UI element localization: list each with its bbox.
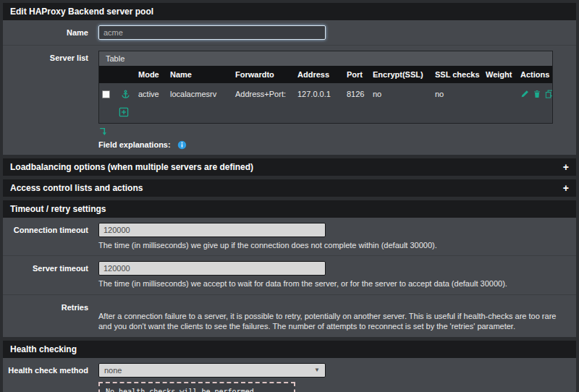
section-health-header[interactable]: Health checking bbox=[3, 341, 576, 358]
section-acl-title: Access control lists and actions bbox=[10, 183, 143, 193]
server-table-header-row: Mode Name Forwardto Address Port Encrypt… bbox=[99, 66, 552, 83]
panel-title: Edit HAProxy Backend server pool bbox=[10, 7, 153, 17]
edit-panel-body: Name Server list Table bbox=[3, 20, 576, 155]
panel-header: Edit HAProxy Backend server pool bbox=[3, 3, 576, 20]
info-icon[interactable] bbox=[177, 140, 187, 150]
field-explanations-label: Field explanations: bbox=[98, 140, 171, 149]
column-header-weight: Weight bbox=[483, 66, 517, 83]
level-down-icon[interactable] bbox=[98, 127, 109, 137]
section-health-title: Health checking bbox=[10, 344, 77, 354]
chevron-down-icon: ▼ bbox=[314, 367, 320, 373]
retries-label: Retries bbox=[3, 300, 98, 312]
health-section-body: Health check method none ▼ No health che… bbox=[3, 358, 576, 392]
section-timeout-title: Timeout / retry settings bbox=[10, 204, 106, 214]
retries-help: After a connection failure to a server, … bbox=[98, 311, 569, 332]
copy-icon[interactable] bbox=[545, 90, 552, 98]
delete-icon[interactable] bbox=[533, 90, 541, 98]
column-header-address: Address bbox=[295, 66, 344, 83]
column-header-actions: Actions bbox=[517, 66, 552, 83]
server-timeout-input[interactable] bbox=[98, 261, 326, 276]
server-list-label: Server list bbox=[3, 51, 98, 62]
column-header-mode: Mode bbox=[135, 66, 167, 83]
server-table: Mode Name Forwardto Address Port Encrypt… bbox=[99, 66, 552, 105]
column-header-port: Port bbox=[344, 66, 370, 83]
server-table-panel: Table Mode Name bbox=[98, 51, 553, 124]
section-loadbalancing-title: Loadbalancing options (when multiple ser… bbox=[10, 162, 253, 172]
cell-port: 8126 bbox=[344, 83, 370, 105]
health-check-method-row: Health check method none ▼ No health che… bbox=[3, 358, 576, 392]
health-check-method-label: Health check method bbox=[3, 363, 98, 375]
section-timeout-header[interactable]: Timeout / retry settings bbox=[3, 200, 576, 218]
connection-timeout-help: The time (in milliseconds) we give up if… bbox=[98, 240, 569, 251]
cell-name: localacmesrv bbox=[167, 83, 232, 105]
server-timeout-help: The time (in milliseconds) we accept to … bbox=[98, 278, 569, 289]
section-acl[interactable]: Access control lists and actions + bbox=[3, 179, 576, 197]
anchor-icon bbox=[121, 90, 130, 99]
section-loadbalancing[interactable]: Loadbalancing options (when multiple ser… bbox=[3, 158, 576, 176]
cell-weight bbox=[483, 83, 517, 105]
cell-ssl-checks: no bbox=[432, 83, 483, 105]
retries-row: Retries After a connection failure to a … bbox=[3, 295, 576, 337]
server-row: active localacmesrv Address+Port: 127.0.… bbox=[99, 83, 552, 105]
column-header-drag bbox=[118, 66, 135, 83]
server-table-title: Table bbox=[99, 51, 552, 66]
column-header-select bbox=[99, 66, 118, 83]
cell-forwardto: Address+Port: bbox=[232, 83, 295, 105]
add-server-icon[interactable] bbox=[119, 107, 129, 117]
haproxy-backend-edit-page: Edit HAProxy Backend server pool Name Se… bbox=[0, 0, 579, 392]
edit-icon[interactable] bbox=[520, 90, 529, 98]
column-header-name: Name bbox=[167, 66, 232, 83]
cell-encrypt-ssl: no bbox=[370, 83, 432, 105]
row-checkbox[interactable] bbox=[102, 90, 110, 98]
cell-mode: active bbox=[135, 83, 167, 105]
connection-timeout-label: Connection timeout bbox=[3, 223, 98, 234]
select-value: none bbox=[104, 366, 122, 375]
expand-icon[interactable]: + bbox=[563, 184, 569, 192]
health-check-method-select[interactable]: none ▼ bbox=[98, 363, 326, 378]
cell-address: 127.0.0.1 bbox=[295, 83, 344, 105]
expand-icon[interactable]: + bbox=[563, 163, 569, 171]
server-timeout-label: Server timeout bbox=[3, 261, 98, 273]
name-row: Name bbox=[3, 20, 576, 46]
connection-timeout-input[interactable] bbox=[98, 223, 326, 237]
name-label: Name bbox=[3, 25, 98, 37]
column-header-encrypt-ssl: Encrypt(SSL) bbox=[370, 66, 432, 83]
timeout-section-body: Connection timeout The time (in millisec… bbox=[3, 218, 576, 337]
column-header-forwardto: Forwardto bbox=[232, 66, 295, 83]
server-list-row: Server list Table bbox=[3, 46, 576, 155]
connection-timeout-row: Connection timeout The time (in millisec… bbox=[3, 218, 576, 257]
health-notice: No health checks will be performed. bbox=[98, 382, 295, 392]
column-header-ssl-checks: SSL checks bbox=[432, 66, 483, 83]
server-timeout-row: Server timeout The time (in milliseconds… bbox=[3, 256, 576, 295]
name-input[interactable] bbox=[98, 25, 326, 40]
